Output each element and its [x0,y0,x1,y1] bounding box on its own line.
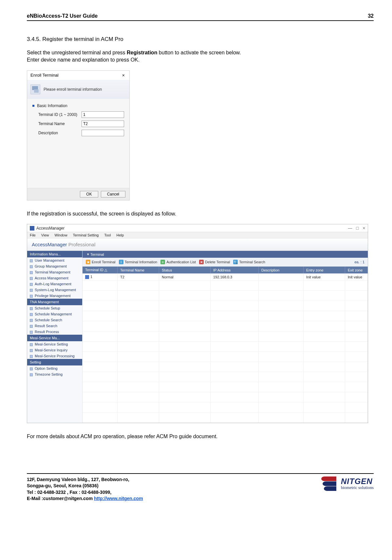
tb-terminal-info[interactable]: iTerminal Information [119,260,158,264]
nitgen-logo: NITGEN biometric solutions [321,476,374,491]
cell-desc [259,273,304,281]
enroll-terminal-dialog: Enroll Terminal × Please enroll terminal… [27,70,130,200]
minimize-icon[interactable]: — [348,226,352,231]
cell-ip: 192.168.0.3 [211,273,259,281]
section-heading: 3.4.5. Register the terminal in ACM Pro [27,36,374,43]
sidebar-item-label: Schedule Management [35,312,72,316]
square-icon [30,283,33,286]
sidebar-item-label: Group Management [35,264,67,268]
sidebar-item[interactable]: Group Management [27,263,82,269]
sidebar-item[interactable]: Meal-Service Inquiry [27,347,82,353]
square-icon [30,349,33,352]
cancel-button[interactable]: Cancel [101,191,125,197]
menu-tool[interactable]: Tool [104,233,111,237]
brand-suffix: Professional [67,242,96,247]
terminal-id-label: Terminal ID (1 ~ 2000) [38,112,80,117]
col-description[interactable]: Description [259,267,304,273]
square-icon [30,325,33,328]
sidebar-item-label: Meal-Service Inquiry [35,348,67,352]
sidebar-item[interactable]: Schedule Search [27,317,82,323]
tb-auth-label: Authentication List [166,260,196,264]
star-icon: ★ [86,260,90,264]
cell-name: T2 [118,273,159,281]
close-icon[interactable]: × [363,226,365,231]
sidebar-item[interactable]: Schedule Management [27,311,82,317]
close-icon[interactable]: × [121,73,126,78]
list-icon: ≡ [160,260,165,264]
tb-enroll-label: Enroll Terminal [92,260,116,264]
col-status[interactable]: Status [159,267,211,273]
description-input[interactable] [82,130,124,136]
sidebar-item-label: Timezone Setting [35,372,63,376]
square-icon [30,373,33,376]
menu-window[interactable]: Window [55,233,67,237]
col-exit-zone[interactable]: Exit zone [345,267,368,273]
sidebar-item[interactable]: Meal-Service Setting [27,341,82,347]
sidebar-item[interactable]: Meal-Service Processing [27,353,82,359]
search-icon: 🔍 [233,260,238,264]
sidebar-item[interactable]: Access Management [27,275,82,281]
col-entry-zone[interactable]: Entry zone [304,267,345,273]
terminal-id-input[interactable] [82,111,124,118]
square-icon [30,307,33,310]
sidebar-item[interactable]: System-Log Management [27,287,82,293]
sidebar-item[interactable]: Terminal Management [27,269,82,275]
terminal-name-input[interactable] [82,121,124,127]
dialog-header-icon [30,84,40,94]
menu-terminal-setting[interactable]: Terminal Setting [73,233,99,237]
sidebar-item[interactable]: Result Search [27,323,82,329]
sidebar-item-label: Schedule Setup [35,306,60,310]
square-icon [30,313,33,316]
tab-label: Terminal [90,252,104,256]
square-icon [30,295,33,298]
sidebar-item[interactable]: Privilege Management [27,293,82,299]
app-icon [30,226,34,231]
maximize-icon[interactable]: □ [356,226,359,231]
table-row[interactable]: 1 T2 Normal 192.168.0.3 Init value Init … [83,273,368,281]
square-icon [30,265,33,268]
sidebar-item-label: Result Search [35,324,57,328]
menu-help[interactable]: Help [116,233,124,237]
basic-info-label: Basic Information [37,103,67,108]
logo-name: NITGEN [341,477,374,485]
square-icon [30,319,33,322]
sidebar-item[interactable]: Option Setting [27,365,82,371]
window-title: AccessManager [36,226,65,231]
sidebar-item[interactable]: Timezone Setting [27,371,82,377]
ok-button[interactable]: OK [80,191,98,197]
sidebar-item-label: User Management [35,258,65,262]
tb-terminal-search[interactable]: 🔍Terminal Search [233,260,265,264]
sidebar-header: Setting [27,359,82,365]
sidebar-item-label: Meal-Service Setting [35,342,68,346]
col-terminal-id[interactable]: Terminal ID △ [83,267,118,273]
col-ip[interactable]: IP Address [211,267,259,273]
cell-status: Normal [159,273,211,281]
sidebar-item[interactable]: Auth-Log Management [27,281,82,287]
after-dialog-text: If the registration is successful, the s… [27,210,374,217]
footer-l4a: E-Mail :customer@nitgen.com [27,496,94,501]
tb-auth-list[interactable]: ≡Authentication List [160,260,196,264]
intro-text-a: Select the unregistered terminal and pre… [27,50,127,55]
sidebar-item-label: Privilege Management [35,294,70,298]
logo-mark-icon [321,476,338,491]
doc-title: eNBioAccess-T2 User Guide [27,13,98,19]
sidebar-item[interactable]: Schedule Setup [27,305,82,311]
col-terminal-name[interactable]: Terminal Name [118,267,159,273]
tb-delete-terminal[interactable]: ✕Delete Terminal [199,260,230,264]
footer-l2: Songpa-gu, Seoul, Korea (05836) [27,483,99,488]
footer-l3: Tel : 02-6488-3232 , Fax : 02-6488-3099, [27,490,111,495]
menu-view[interactable]: View [41,233,49,237]
dialog-title: Enroll Terminal [30,73,59,78]
result-count: ea. : 1 [354,260,364,264]
chevron-down-icon: ▾ [87,252,89,256]
square-icon [30,343,33,346]
menu-file[interactable]: File [30,233,36,237]
delete-icon: ✕ [199,260,204,264]
terminal-icon [85,275,89,279]
sidebar-item[interactable]: Result Process [27,329,82,335]
footer-link[interactable]: http://www.nitgen.com [94,496,143,501]
tab-terminal[interactable]: ▾ Terminal [83,251,109,258]
sidebar: Information Mana...User ManagementGroup … [27,251,83,423]
sidebar-item[interactable]: User Management [27,257,82,263]
tb-enroll-terminal[interactable]: ★Enroll Terminal [86,260,116,264]
